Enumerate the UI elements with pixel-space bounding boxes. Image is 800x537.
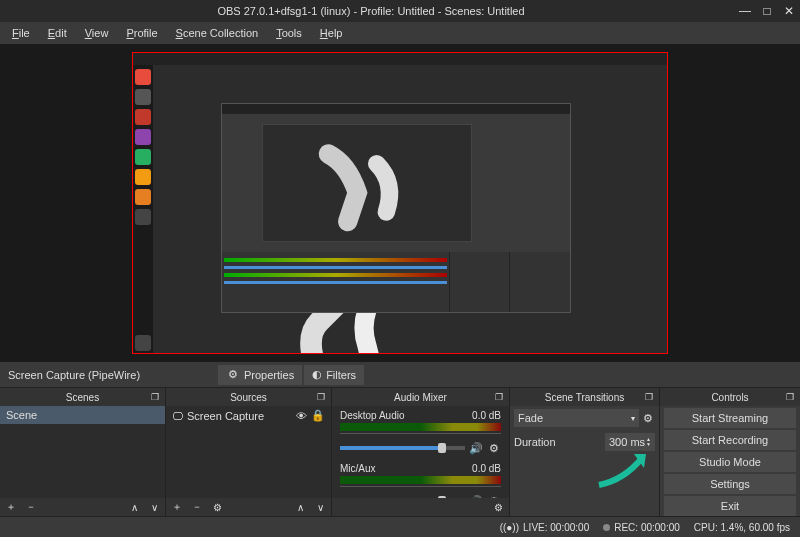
remove-scene-button[interactable]: － [22,500,40,514]
audio-meter [340,423,501,431]
popout-icon[interactable]: ❐ [149,391,161,403]
close-icon[interactable]: ✕ [782,4,796,18]
track-settings-button[interactable]: ⚙ [487,494,501,498]
mute-button[interactable]: 🔊 [469,494,483,498]
audio-mixer-panel: Audio Mixer ❐ Desktop Audio 0.0 dB 🔊 ⚙ [332,388,510,516]
live-label: LIVE: 00:00:00 [523,522,589,533]
cpu-label: CPU: 1.4%, 60.00 fps [694,522,790,533]
mixer-track-name: Mic/Aux [340,463,376,474]
dock-icon [135,89,151,105]
menu-profile[interactable]: Profile [118,25,165,41]
menu-help[interactable]: Help [312,25,351,41]
transitions-title: Scene Transitions [545,392,625,403]
controls-body: Start Streaming Start Recording Studio M… [660,406,800,516]
sources-list[interactable]: 🖵 Screen Capture 👁 🔒 [166,406,331,498]
source-item[interactable]: 🖵 Screen Capture 👁 🔒 [166,406,331,425]
dock-icon [135,169,151,185]
mixer-track-desktop: Desktop Audio 0.0 dB 🔊 ⚙ [332,406,509,459]
studio-mode-button[interactable]: Studio Mode [664,452,796,472]
properties-label: Properties [244,369,294,381]
mixer-header: Audio Mixer ❐ [332,388,509,406]
popout-icon[interactable]: ❐ [315,391,327,403]
add-scene-button[interactable]: ＋ [2,500,20,514]
scenes-list[interactable]: Scene [0,406,165,498]
menu-tools[interactable]: Tools [268,25,310,41]
transition-settings-button[interactable]: ⚙ [641,411,655,425]
sources-title: Sources [230,392,267,403]
popout-icon[interactable]: ❐ [643,391,655,403]
window-controls: — □ ✕ [738,4,796,18]
dock-icon [135,209,151,225]
status-cpu: CPU: 1.4%, 60.00 fps [694,522,790,533]
rec-label: REC: 00:00:00 [614,522,680,533]
controls-panel: Controls ❐ Start Streaming Start Recordi… [660,388,800,516]
popout-icon[interactable]: ❐ [784,391,796,403]
maximize-icon[interactable]: □ [760,4,774,18]
properties-button[interactable]: ⚙ Properties [218,365,302,385]
filters-button[interactable]: ◐ Filters [304,365,364,385]
volume-slider[interactable] [340,446,465,450]
source-up-button[interactable]: ∧ [291,500,309,514]
chevron-down-icon: ▾ [631,414,635,423]
transitions-body: Fade ▾ ⚙ Duration 300 ms ▲▼ [510,406,659,516]
mixer-footer: ⚙ [332,498,509,516]
settings-button[interactable]: Settings [664,474,796,494]
duration-spinner[interactable]: 300 ms ▲▼ [605,433,655,451]
titlebar: OBS 27.0.1+dfsg1-1 (linux) - Profile: Un… [0,0,800,22]
visibility-toggle[interactable]: 👁 [296,410,307,422]
filters-label: Filters [326,369,356,381]
record-dot-icon [603,524,610,531]
mixer-track-name: Desktop Audio [340,410,405,421]
add-source-button[interactable]: ＋ [168,500,186,514]
menu-edit[interactable]: Edit [40,25,75,41]
audio-meter [340,476,501,484]
preview-canvas[interactable] [132,52,668,354]
start-streaming-button[interactable]: Start Streaming [664,408,796,428]
mute-button[interactable]: 🔊 [469,441,483,455]
panels-dock: Scenes ❐ Scene ＋ － ∧ ∨ Sources ❐ 🖵 Scree… [0,388,800,516]
exit-button[interactable]: Exit [664,496,796,516]
slider-thumb[interactable] [438,496,446,498]
slider-thumb[interactable] [438,443,446,453]
status-rec: REC: 00:00:00 [603,522,680,533]
mixer-settings-button[interactable]: ⚙ [489,500,507,514]
dock-icon [135,129,151,145]
source-toolbar: Screen Capture (PipeWire) ⚙ Properties ◐… [0,362,800,388]
dock-icon [135,69,151,85]
audio-ticks [340,486,501,492]
remove-source-button[interactable]: － [188,500,206,514]
spinner-buttons[interactable]: ▲▼ [646,437,651,447]
source-settings-button[interactable]: ⚙ [208,500,226,514]
selected-source-label: Screen Capture (PipeWire) [4,369,218,381]
filter-icon: ◐ [312,368,322,381]
nested-titlebar [222,104,570,114]
track-settings-button[interactable]: ⚙ [487,441,501,455]
dock-icon [135,335,151,351]
menu-scene-collection[interactable]: Scene Collection [168,25,267,41]
nested-panels [222,252,570,312]
minimize-icon[interactable]: — [738,4,752,18]
menu-view[interactable]: View [77,25,117,41]
status-live: ((●)) LIVE: 00:00:00 [500,522,590,533]
lock-toggle[interactable]: 🔒 [311,409,325,422]
popout-icon[interactable]: ❐ [493,391,505,403]
scene-up-button[interactable]: ∧ [125,500,143,514]
start-recording-button[interactable]: Start Recording [664,430,796,450]
dock-icon [135,189,151,205]
mixer-track-level: 0.0 dB [472,410,501,421]
window-title: OBS 27.0.1+dfsg1-1 (linux) - Profile: Un… [4,5,738,17]
source-down-button[interactable]: ∨ [311,500,329,514]
scene-down-button[interactable]: ∨ [145,500,163,514]
menu-file[interactable]: File [4,25,38,41]
nested-preview [262,124,472,242]
duration-label: Duration [514,436,603,448]
transitions-panel: Scene Transitions ❐ Fade ▾ ⚙ Duration 30… [510,388,660,516]
transition-select[interactable]: Fade ▾ [514,409,639,427]
dock-icon [135,109,151,125]
nested-obs-window [221,103,571,313]
scene-item[interactable]: Scene [0,406,165,424]
controls-header: Controls ❐ [660,388,800,406]
preview-sidebar [133,65,153,354]
dock-icon [135,149,151,165]
scenes-header: Scenes ❐ [0,388,165,406]
